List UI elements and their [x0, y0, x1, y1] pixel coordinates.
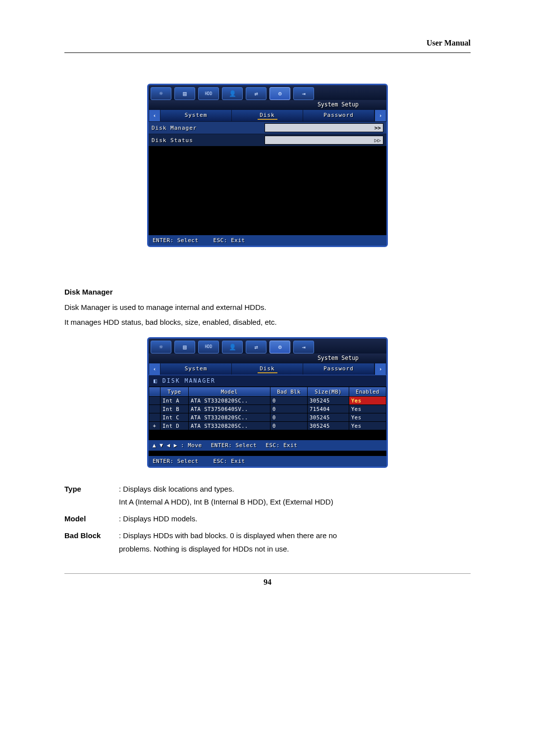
table-row[interactable]: Int B ATA ST3750640SV.. 0 715404 Yes — [149, 404, 386, 413]
col-size: Size(MB) — [308, 387, 349, 396]
footer-esc-hint: ESC: Exit — [214, 237, 245, 244]
col-sel — [149, 387, 160, 396]
hdd-icon[interactable]: HDD — [198, 87, 219, 100]
option-label: Disk Manager — [152, 125, 231, 131]
display-icon[interactable]: ▤ — [174, 87, 195, 100]
cell-size: 305245 — [308, 396, 349, 404]
systemsetup-label: System Setup — [149, 353, 386, 363]
cell-type: Int A — [160, 396, 189, 404]
setup-icon[interactable]: ⚙ — [269, 341, 290, 353]
cell-model: ATA ST3320820SC.. — [188, 413, 270, 421]
disk-table: Type Model Bad Blk Size(MB) Enabled Int … — [149, 387, 386, 430]
option-disk-status[interactable]: Disk Status ▷▷ — [149, 134, 386, 146]
def-body: : Displays disk locations and types. Int… — [119, 483, 471, 509]
tab-system[interactable]: System — [160, 363, 232, 375]
login-icon[interactable]: ⇥ — [293, 87, 314, 100]
footer-rule — [64, 573, 471, 574]
cell-size: 715404 — [308, 404, 349, 413]
brightness-icon[interactable]: ☼ — [151, 341, 171, 353]
section-heading: Disk Manager — [64, 287, 471, 298]
col-model: Model — [188, 387, 270, 396]
dvr-toolbar: ☼ ▤ HDD 👤 ⇄ ⚙ ⇥ — [149, 85, 386, 100]
disk-table-body: Int A ATA ST3320820SC.. 0 305245 Yes Int… — [149, 396, 386, 430]
user-icon[interactable]: 👤 — [222, 87, 243, 100]
disk-manager-title: ◧ DISK MANAGER — [149, 375, 386, 387]
cell-type: Int D — [160, 421, 189, 430]
def-body: : Displays HDDs with bad blocks. 0 is di… — [119, 529, 471, 555]
option-enter-indicator: ▷▷ — [265, 136, 383, 145]
gap-area — [149, 451, 386, 456]
dvr-toolbar: ☼ ▤ HDD 👤 ⇄ ⚙ ⇥ — [149, 339, 386, 353]
cell-model: ATA ST3320820SC.. — [188, 396, 270, 404]
tab-password[interactable]: Password — [303, 363, 374, 375]
footer-enter-hint: ENTER: Select — [153, 237, 199, 244]
cell-model: ATA ST3320820SC.. — [188, 421, 270, 430]
header-title: User Manual — [427, 39, 471, 47]
brightness-icon[interactable]: ☼ — [151, 87, 171, 100]
cell-enabled: Yes — [349, 396, 386, 404]
setup-icon[interactable]: ⚙ — [269, 87, 290, 100]
cell-bad: 0 — [270, 404, 308, 413]
body-text: Disk Manager Disk Manager is used to man… — [64, 287, 471, 328]
cell-type: Int B — [160, 404, 189, 413]
main-tab-row: ‹ System Disk Password › — [149, 363, 386, 375]
sel-marker: + — [149, 421, 160, 430]
header-rule — [64, 52, 471, 53]
option-enter-indicator: >> — [265, 123, 383, 132]
def-term: Type — [64, 483, 119, 509]
def-term: Model — [64, 512, 119, 525]
def-row-type: Type : Displays disk locations and types… — [64, 483, 471, 509]
def-row-badblock: Bad Block : Displays HDDs with bad block… — [64, 529, 471, 555]
table-row[interactable]: + Int D ATA ST3320820SC.. 0 305245 Yes — [149, 421, 386, 430]
option-disk-manager[interactable]: Disk Manager >> — [149, 121, 386, 134]
col-badblk: Bad Blk — [270, 387, 308, 396]
body-p2: It manages HDD status, bad blocks, size,… — [64, 317, 471, 328]
tab-scroll-left[interactable]: ‹ — [149, 363, 160, 375]
systemsetup-label: System Setup — [149, 100, 386, 110]
screenshot-system-setup-disk: ☼ ▤ HDD 👤 ⇄ ⚙ ⇥ System Setup ‹ System Di… — [147, 84, 388, 247]
col-enabled: Enabled — [349, 387, 386, 396]
tab-disk[interactable]: Disk — [232, 110, 303, 121]
tab-password[interactable]: Password — [303, 110, 374, 121]
footer-enter-hint: ENTER: Select — [153, 458, 199, 464]
cell-model: ATA ST3750640SV.. — [188, 404, 270, 413]
sel-marker — [149, 413, 160, 421]
tab-scroll-right[interactable]: › — [374, 363, 386, 375]
hint-enter: ENTER: Select — [211, 442, 257, 449]
table-row[interactable]: Int A ATA ST3320820SC.. 0 305245 Yes — [149, 396, 386, 404]
footer-esc-hint: ESC: Exit — [214, 458, 245, 464]
network-icon[interactable]: ⇄ — [246, 341, 267, 353]
sel-marker — [149, 396, 160, 404]
hint-move: ▲ ▼ ◀ ▶ : Move — [153, 442, 202, 449]
tab-disk[interactable]: Disk — [232, 363, 303, 375]
cell-enabled: Yes — [349, 404, 386, 413]
empty-area — [149, 146, 386, 235]
tab-scroll-left[interactable]: ‹ — [149, 110, 160, 121]
hint-esc: ESC: Exit — [266, 442, 297, 449]
cell-bad: 0 — [270, 421, 308, 430]
def-term: Bad Block — [64, 529, 119, 555]
hdd-icon[interactable]: HDD — [198, 341, 219, 353]
user-icon[interactable]: 👤 — [222, 341, 243, 353]
definitions: Type : Displays disk locations and types… — [64, 483, 471, 555]
cell-enabled: Yes — [349, 421, 386, 430]
display-icon[interactable]: ▤ — [174, 341, 195, 353]
bottom-bar: ENTER: Select ESC: Exit — [149, 235, 386, 246]
login-icon[interactable]: ⇥ — [293, 341, 314, 353]
move-hint-bar: ▲ ▼ ◀ ▶ : Move ENTER: Select ESC: Exit — [149, 440, 386, 451]
tab-scroll-right[interactable]: › — [374, 110, 386, 121]
gap-area — [149, 430, 386, 440]
col-type: Type — [160, 387, 189, 396]
table-row[interactable]: Int C ATA ST3320820SC.. 0 305245 Yes — [149, 413, 386, 421]
option-label: Disk Status — [152, 137, 231, 144]
cell-enabled: Yes — [349, 413, 386, 421]
network-icon[interactable]: ⇄ — [246, 87, 267, 100]
sel-marker — [149, 404, 160, 413]
cell-bad: 0 — [270, 396, 308, 404]
def-body: : Displays HDD models. — [119, 512, 471, 525]
cell-type: Int C — [160, 413, 189, 421]
cell-size: 305245 — [308, 413, 349, 421]
cell-size: 305245 — [308, 421, 349, 430]
tab-system[interactable]: System — [160, 110, 232, 121]
page-header: User Manual — [64, 39, 471, 48]
